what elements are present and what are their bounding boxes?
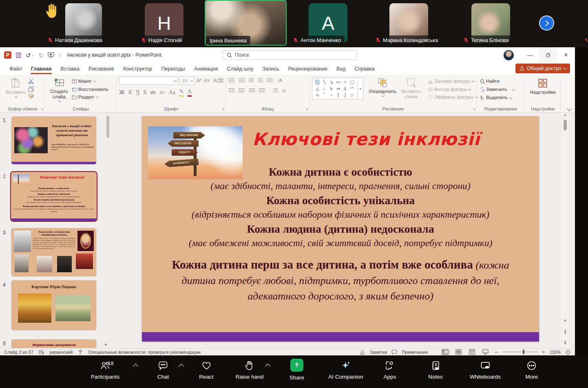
zoom-level[interactable]: 115%: [550, 350, 561, 355]
arc-shape[interactable]: ⌒: [322, 92, 327, 98]
quick-styles-button[interactable]: Экспресс-стили: [398, 77, 424, 106]
tab-design[interactable]: Конструктор: [119, 64, 157, 74]
layout-button[interactable]: Макет: [71, 78, 109, 85]
bullets-button[interactable]: [228, 78, 234, 83]
align-center-button[interactable]: [239, 88, 245, 93]
next-participants-page-button[interactable]: [539, 15, 554, 31]
canvas-vertical-scrollbar[interactable]: ▲ ▼ ▲▲ ▼▼: [562, 112, 568, 348]
paste-button[interactable]: Вставить: [3, 77, 28, 100]
new-slide-button[interactable]: Создать слайд: [47, 77, 71, 106]
bold-button[interactable]: Ж: [119, 89, 125, 96]
share-screen-button[interactable]: Share: [290, 360, 304, 381]
zoom-in-button[interactable]: +: [542, 349, 545, 355]
smartart-button[interactable]: ⇲: [282, 88, 285, 93]
notes-button[interactable]: Notes: [428, 360, 442, 380]
ai-companion-button[interactable]: AI Companion: [328, 360, 363, 380]
collapse-ribbon-chevron[interactable]: [567, 106, 571, 111]
zoom-slider[interactable]: [502, 352, 537, 352]
textbox-shape[interactable]: A: [316, 80, 319, 84]
justify-button[interactable]: [259, 88, 265, 93]
account-avatar[interactable]: [504, 50, 514, 60]
tab-animations[interactable]: Анимация: [190, 64, 223, 74]
tab-slideshow[interactable]: Слайд-шоу: [223, 64, 258, 74]
replace-button[interactable]: b Заменить: [479, 86, 522, 93]
line-spacing-button[interactable]: [267, 78, 273, 83]
zoom-out-button[interactable]: −: [495, 349, 498, 355]
thumbnail-scrollbar-thumb[interactable]: [106, 116, 109, 138]
strikethrough-button[interactable]: ab: [150, 89, 155, 96]
chat-menu-chevron[interactable]: [179, 364, 184, 369]
slide-thumbnail-4[interactable]: Картини Юрія Пацана: [11, 280, 96, 330]
redo-button[interactable]: ↻: [38, 52, 44, 58]
arrow-shape[interactable]: ↘: [329, 79, 333, 85]
next-slide-button[interactable]: ▼▼: [562, 341, 568, 345]
tab-review[interactable]: Рецензирование: [283, 64, 332, 74]
tab-insert[interactable]: Вставка: [56, 64, 84, 74]
addins-button[interactable]: Надстройки: [527, 77, 558, 96]
participants-menu-chevron[interactable]: [133, 364, 138, 369]
raise-hand-button[interactable]: Raise hand: [236, 360, 263, 380]
rounded-rectangle-shape[interactable]: ▢: [350, 79, 354, 85]
spelling-check-icon[interactable]: [39, 350, 44, 355]
scroll-down-arrow[interactable]: ▼: [562, 319, 568, 323]
accessibility-status[interactable]: Специальные возможности: проверьте реком…: [88, 350, 201, 355]
align-left-button[interactable]: [228, 88, 234, 93]
customize-qat-chevron[interactable]: ⌄̄: [58, 53, 62, 57]
select-button[interactable]: Выделить: [479, 95, 522, 101]
minimize-button[interactable]: —: [521, 47, 539, 63]
comments-toggle[interactable]: Примечания: [402, 350, 428, 355]
format-painter-icon[interactable]: [28, 94, 34, 100]
fit-slide-to-window-icon[interactable]: [565, 349, 571, 355]
slideshow-from-start-button[interactable]: [48, 52, 54, 58]
slide-thumbnail-1[interactable]: Інклюзія у вищій освіті: сучасні виклики…: [11, 117, 96, 164]
language-indicator[interactable]: украинский: [49, 350, 73, 355]
tab-view[interactable]: Вид: [332, 64, 350, 74]
tab-help[interactable]: Справка: [350, 64, 379, 74]
rectangle-shape[interactable]: ▭: [336, 79, 340, 85]
numbering-button[interactable]: [239, 78, 245, 83]
decrease-indent-button[interactable]: [249, 78, 254, 83]
elbow-arrow-shape[interactable]: ↳: [329, 86, 333, 91]
clear-formatting-button[interactable]: А⌫: [213, 78, 223, 84]
slideshow-view-button[interactable]: [481, 349, 490, 355]
star-shape[interactable]: ☆: [350, 93, 354, 98]
shapes-gallery-more-button[interactable]: ▾: [358, 77, 363, 99]
oval-shape[interactable]: ○: [344, 79, 347, 84]
shape-outline-button[interactable]: Контур фигуры: [427, 86, 478, 93]
slide-sorter-view-button[interactable]: [454, 349, 463, 355]
arrange-button[interactable]: Упорядочить: [367, 77, 398, 106]
tab-transitions[interactable]: Переходы: [157, 64, 190, 74]
line-shape[interactable]: ╲: [323, 79, 326, 85]
close-button[interactable]: ×: [557, 47, 575, 63]
cut-icon[interactable]: [28, 79, 34, 84]
zoom-slider-thumb[interactable]: [523, 350, 524, 354]
columns-button[interactable]: [274, 88, 278, 93]
more-button[interactable]: More: [526, 360, 538, 380]
chat-button[interactable]: Chat: [157, 360, 169, 380]
underline-button[interactable]: Ч: [136, 89, 139, 96]
italic-button[interactable]: К: [128, 89, 132, 96]
notes-toggle[interactable]: Заметки: [370, 350, 387, 355]
text-shadow-button[interactable]: S: [143, 89, 146, 96]
search-box[interactable]: Поиск: [222, 50, 357, 60]
slide-thumbnail-3[interactable]: Видатні особи з особливостями психофізич…: [11, 228, 96, 276]
reading-view-button[interactable]: [468, 349, 477, 355]
character-spacing-button[interactable]: AV: [159, 90, 165, 95]
scribble-shape[interactable]: ∿: [316, 93, 319, 98]
text-direction-button[interactable]: ↕A: [277, 78, 282, 83]
undo-button[interactable]: ↺⌄: [26, 52, 34, 58]
down-arrow-shape[interactable]: ⇓: [343, 86, 347, 91]
reset-button[interactable]: Восстановить: [71, 86, 109, 93]
increase-indent-button[interactable]: [258, 78, 263, 83]
scroll-up-arrow[interactable]: ▲: [562, 113, 568, 117]
tab-record[interactable]: Запись: [258, 64, 283, 74]
grow-font-button[interactable]: А^: [197, 78, 202, 84]
whiteboards-button[interactable]: Whiteboards: [470, 360, 501, 380]
raise-hand-menu-chevron[interactable]: [265, 364, 270, 369]
triangle-shape[interactable]: △: [316, 86, 319, 91]
restore-button[interactable]: [539, 47, 557, 63]
tab-file[interactable]: Файл: [5, 64, 27, 74]
font-name-combo[interactable]: [119, 77, 178, 85]
align-right-button[interactable]: [249, 88, 255, 93]
previous-slide-button[interactable]: ▲▲: [562, 329, 568, 333]
